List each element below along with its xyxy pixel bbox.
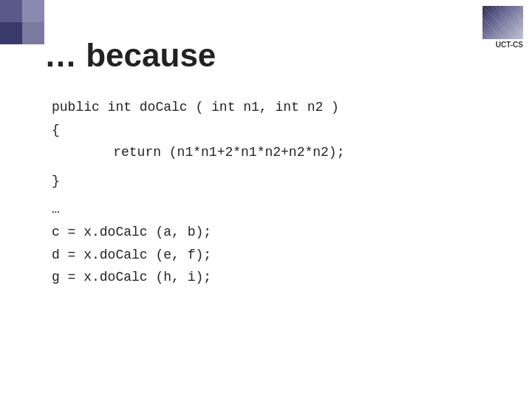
slide-title: … because: [44, 37, 488, 74]
top-left-decoration: [0, 0, 44, 44]
uct-logo-image: [482, 6, 523, 39]
deco-square-2: [22, 0, 44, 22]
logo-label: UCT-CS: [496, 41, 523, 49]
deco-square-3: [0, 22, 22, 44]
deco-square-4: [22, 22, 44, 44]
code-line-4: }: [52, 170, 488, 193]
code-spacer-2: [52, 192, 488, 198]
code-line-3: return (n1*n1+2*n1*n2+n2*n2);: [52, 141, 488, 164]
code-line-5: …: [52, 198, 488, 221]
code-line-7: d = x.doCalc (e, f);: [52, 244, 488, 267]
slide-container: UCT-CS … because public int doCalc ( int…: [0, 0, 532, 399]
code-line-2: {: [52, 119, 488, 142]
code-line-8: g = x.doCalc (h, i);: [52, 266, 488, 289]
deco-square-1: [0, 0, 22, 22]
code-line-1: public int doCalc ( int n1, int n2 ): [52, 96, 488, 119]
code-line-6: c = x.doCalc (a, b);: [52, 221, 488, 244]
code-spacer-1: [52, 164, 488, 170]
code-block: public int doCalc ( int n1, int n2 ) { r…: [52, 96, 488, 289]
top-right-logo: UCT-CS: [482, 6, 523, 49]
